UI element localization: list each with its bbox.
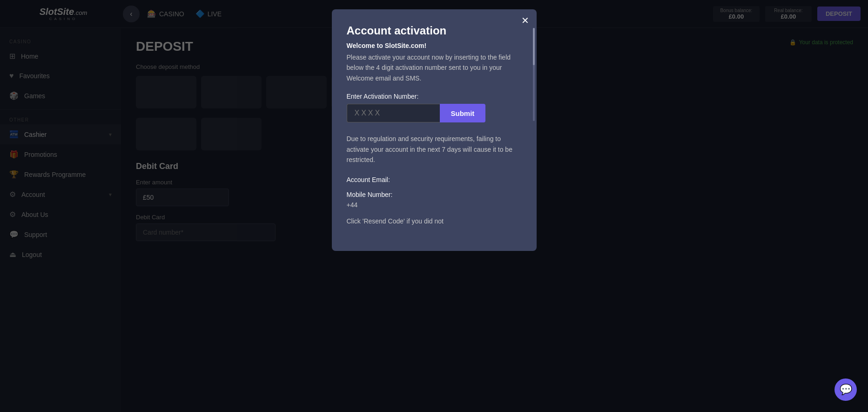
modal-subtitle: Welcome to SlotSite.com! (347, 42, 522, 49)
activation-row: Submit (347, 104, 522, 122)
scrollbar-track[interactable] (533, 28, 535, 121)
submit-button[interactable]: Submit (440, 104, 486, 122)
modal-overlay: ✕ Account activation Welcome to SlotSite… (0, 0, 868, 412)
activation-modal: ✕ Account activation Welcome to SlotSite… (332, 9, 537, 251)
warning-text: Due to regulation and security requireme… (347, 134, 522, 165)
mobile-value: +44 (347, 201, 522, 209)
activation-input[interactable] (347, 104, 440, 122)
email-label: Account Email: (347, 176, 522, 183)
chat-icon: 💬 (840, 384, 852, 396)
scrollbar-thumb (533, 28, 535, 65)
modal-close-button[interactable]: ✕ (521, 16, 529, 25)
activation-number-label: Enter Activation Number: (347, 93, 522, 100)
mobile-label: Mobile Number: (347, 191, 522, 198)
resend-text: Click 'Resend Code' if you did not (347, 216, 522, 226)
modal-description: Please activate your account now by inse… (347, 52, 522, 83)
chat-bubble[interactable]: 💬 (834, 378, 857, 401)
modal-title: Account activation (347, 24, 522, 37)
